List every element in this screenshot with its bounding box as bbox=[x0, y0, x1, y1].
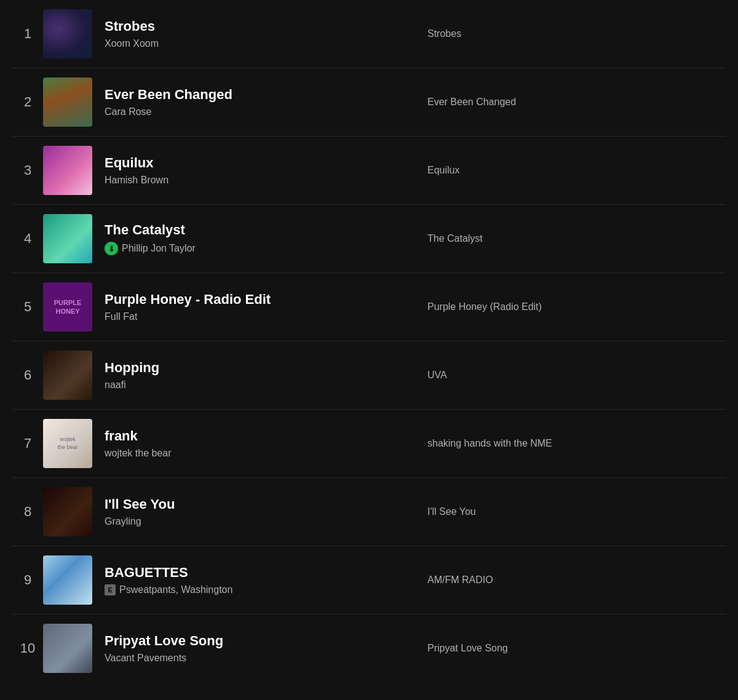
track-album: The Catalyst bbox=[403, 233, 726, 244]
track-album: Equilux bbox=[403, 165, 726, 176]
track-album: Ever Been Changed bbox=[403, 97, 726, 108]
track-artist: Xoom Xoom bbox=[105, 38, 159, 49]
track-album: Strobes bbox=[403, 28, 726, 39]
track-info: Pripyat Love SongVacant Pavements bbox=[105, 633, 403, 664]
track-number: 10 bbox=[12, 640, 43, 656]
track-artist-row: wojtek the bear bbox=[105, 448, 403, 459]
track-number: 1 bbox=[12, 26, 43, 42]
track-artwork bbox=[43, 146, 92, 195]
track-title: frank bbox=[105, 428, 403, 444]
download-icon: ⬇ bbox=[105, 242, 118, 255]
track-artwork bbox=[43, 624, 92, 673]
track-artist: Full Fat bbox=[105, 311, 137, 322]
track-artwork bbox=[43, 78, 92, 127]
track-artist: Cara Rose bbox=[105, 106, 151, 117]
track-artwork bbox=[43, 487, 92, 536]
track-list: 1StrobesXoom XoomStrobes2Ever Been Chang… bbox=[0, 0, 738, 682]
track-title: Strobes bbox=[105, 18, 403, 34]
track-artist-row: naafi bbox=[105, 380, 403, 391]
track-row[interactable]: 10Pripyat Love SongVacant PavementsPripy… bbox=[0, 614, 738, 682]
track-info: Purple Honey - Radio EditFull Fat bbox=[105, 292, 403, 322]
track-info: frankwojtek the bear bbox=[105, 428, 403, 459]
track-artwork bbox=[43, 9, 92, 58]
track-row[interactable]: 2Ever Been ChangedCara RoseEver Been Cha… bbox=[0, 68, 738, 136]
track-row[interactable]: 3EquiluxHamish BrownEquilux bbox=[0, 137, 738, 204]
track-artist-row: ⬇Phillip Jon Taylor bbox=[105, 242, 403, 255]
track-title: Pripyat Love Song bbox=[105, 633, 403, 649]
track-artist: Vacant Pavements bbox=[105, 653, 186, 664]
track-number: 3 bbox=[12, 162, 43, 178]
track-artist-row: Full Fat bbox=[105, 311, 403, 322]
track-title: The Catalyst bbox=[105, 222, 403, 238]
track-title: Ever Been Changed bbox=[105, 87, 403, 103]
track-info: I'll See YouGrayling bbox=[105, 496, 403, 527]
track-artwork bbox=[43, 214, 92, 263]
track-artist: Phillip Jon Taylor bbox=[122, 243, 196, 254]
track-album: Purple Honey (Radio Edit) bbox=[403, 301, 726, 312]
track-artist-row: EPsweatpants, Washington bbox=[105, 584, 403, 595]
track-info: EquiluxHamish Brown bbox=[105, 155, 403, 186]
track-artist: naafi bbox=[105, 380, 126, 391]
track-row[interactable]: 1StrobesXoom XoomStrobes bbox=[0, 0, 738, 68]
track-row[interactable]: 5PURPLEHONEYPurple Honey - Radio EditFul… bbox=[0, 273, 738, 341]
track-number: 6 bbox=[12, 367, 43, 383]
track-artwork: wojtekthe bear bbox=[43, 419, 92, 468]
track-artwork: PURPLEHONEY bbox=[43, 282, 92, 332]
track-album: UVA bbox=[403, 370, 726, 381]
track-info: BAGUETTESEPsweatpants, Washington bbox=[105, 565, 403, 595]
track-artist-row: Cara Rose bbox=[105, 106, 403, 117]
track-artist: Psweatpants, Washington bbox=[119, 584, 232, 595]
track-number: 8 bbox=[12, 504, 43, 520]
track-number: 9 bbox=[12, 572, 43, 588]
track-title: Hopping bbox=[105, 360, 403, 376]
track-artist-row: Grayling bbox=[105, 516, 403, 527]
track-title: I'll See You bbox=[105, 496, 403, 512]
track-number: 7 bbox=[12, 436, 43, 451]
explicit-badge: E bbox=[105, 584, 116, 595]
track-artist: Grayling bbox=[105, 516, 141, 527]
track-album: Pripyat Love Song bbox=[403, 643, 726, 654]
track-title: BAGUETTES bbox=[105, 565, 403, 581]
track-info: The Catalyst⬇Phillip Jon Taylor bbox=[105, 222, 403, 255]
track-artist-row: Vacant Pavements bbox=[105, 653, 403, 664]
track-number: 5 bbox=[12, 299, 43, 315]
track-artist: Hamish Brown bbox=[105, 175, 169, 186]
track-artist-row: Xoom Xoom bbox=[105, 38, 403, 49]
track-artwork bbox=[43, 555, 92, 605]
track-number: 2 bbox=[12, 94, 43, 110]
track-title: Equilux bbox=[105, 155, 403, 171]
track-row[interactable]: 4The Catalyst⬇Phillip Jon TaylorThe Cata… bbox=[0, 205, 738, 272]
track-info: Ever Been ChangedCara Rose bbox=[105, 87, 403, 117]
track-artwork bbox=[43, 351, 92, 400]
track-row[interactable]: 7wojtekthe bearfrankwojtek the bearshaki… bbox=[0, 410, 738, 477]
track-row[interactable]: 8I'll See YouGraylingI'll See You bbox=[0, 478, 738, 546]
track-row[interactable]: 9BAGUETTESEPsweatpants, WashingtonAM/FM … bbox=[0, 546, 738, 614]
track-info: Hoppingnaafi bbox=[105, 360, 403, 391]
track-number: 4 bbox=[12, 231, 43, 247]
track-album: AM/FM RADIO bbox=[403, 575, 726, 586]
track-album: shaking hands with the NME bbox=[403, 438, 726, 449]
track-info: StrobesXoom Xoom bbox=[105, 18, 403, 49]
track-artist-row: Hamish Brown bbox=[105, 175, 403, 186]
track-album: I'll See You bbox=[403, 506, 726, 517]
track-title: Purple Honey - Radio Edit bbox=[105, 292, 403, 308]
track-row[interactable]: 6HoppingnaafiUVA bbox=[0, 341, 738, 409]
track-artist: wojtek the bear bbox=[105, 448, 172, 459]
